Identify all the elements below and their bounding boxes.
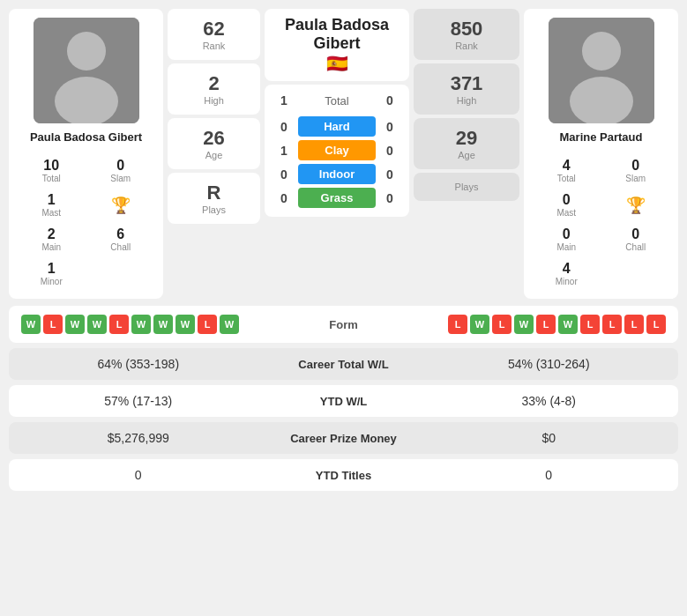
main-container: Paula Badosa Gibert 10 Total 0 Slam 1 Ma… <box>0 0 687 505</box>
career-total-left: 64% (353-198) <box>21 357 256 371</box>
right-stats-boxes: 850 Rank 371 High 29 Age Plays <box>414 9 519 299</box>
indoor-badge: Indoor <box>298 164 376 184</box>
right-chall-stat: 0 Chall <box>602 223 670 256</box>
ytd-wl-right: 33% (4-8) <box>432 394 667 408</box>
ytd-titles-row: 0 YTD Titles 0 <box>9 459 678 491</box>
svg-point-1 <box>67 32 106 71</box>
right-player-name: Marine Partaud <box>560 130 643 144</box>
ytd-wl-left: 57% (17-13) <box>21 394 256 408</box>
form-label: Form <box>329 318 358 331</box>
left-high-box: 2 High <box>168 63 260 115</box>
form-badge: L <box>602 315 622 334</box>
form-badge: L <box>198 315 217 334</box>
left-player-card: Paula Badosa Gibert 10 Total 0 Slam 1 Ma… <box>9 9 163 299</box>
form-badge: W <box>470 315 489 334</box>
right-plays-box: Plays <box>414 173 519 201</box>
prize-left: $5,276,999 <box>21 431 256 445</box>
form-badge: W <box>558 315 578 334</box>
form-badge: L <box>580 315 600 334</box>
form-badge: L <box>646 315 666 334</box>
left-trophy-icon: 🏆 <box>87 189 155 221</box>
form-badge: L <box>624 315 644 334</box>
right-age-box: 29 Age <box>414 118 519 169</box>
left-flag: 🇪🇸 <box>326 53 348 74</box>
left-main-stat: 2 Main <box>18 223 86 256</box>
ytd-titles-left: 0 <box>21 468 256 482</box>
prize-row: $5,276,999 Career Prize Money $0 <box>9 422 678 454</box>
left-name-header: Paula Badosa Gibert <box>275 16 399 53</box>
right-grass-score: 0 <box>381 191 399 205</box>
right-clay-score: 0 <box>381 144 399 158</box>
total-row: 1 Total 0 <box>275 92 399 109</box>
clay-row: 1 Clay 0 <box>275 138 399 162</box>
prize-label: Career Prize Money <box>256 432 432 445</box>
form-badge: L <box>109 315 129 334</box>
prize-right: $0 <box>432 431 667 445</box>
left-plays-box: R Plays <box>168 173 260 224</box>
right-form-badges: LWLWLWLLLL <box>448 315 666 334</box>
form-badge: L <box>492 315 512 334</box>
form-badge: L <box>536 315 556 334</box>
right-total-stat: 4 Total <box>533 154 601 187</box>
career-total-label: Career Total W/L <box>256 358 432 371</box>
left-player-info: Paula Badosa Gibert 🇪🇸 <box>265 9 409 81</box>
left-hard-score: 0 <box>275 120 293 134</box>
form-badge: W <box>87 315 107 334</box>
left-grass-score: 0 <box>275 191 293 205</box>
grass-badge: Grass <box>298 188 376 208</box>
form-badge: W <box>21 315 41 334</box>
form-badge: L <box>448 315 467 334</box>
right-main-stat: 0 Main <box>533 223 601 256</box>
form-badge: W <box>65 315 85 334</box>
right-hard-score: 0 <box>381 120 399 134</box>
right-mast-stat: 0 Mast <box>533 189 601 221</box>
courts-section: 1 Total 0 0 Hard 0 1 Clay 0 <box>265 85 409 217</box>
left-stats-boxes: 62 Rank 2 High 26 Age R Plays <box>168 9 260 299</box>
grass-row: 0 Grass 0 <box>275 186 399 210</box>
svg-point-4 <box>582 32 621 71</box>
right-trophy-icon: 🏆 <box>602 189 670 221</box>
hard-row: 0 Hard 0 <box>275 115 399 138</box>
left-minor-stat: 1 Minor <box>18 257 86 290</box>
career-total-right: 54% (310-264) <box>432 357 667 371</box>
form-section: WLWWLWWWLW Form LWLWLWLLLL <box>9 306 678 343</box>
right-rank-box: 850 Rank <box>414 9 519 60</box>
hard-badge: Hard <box>298 116 376 137</box>
ytd-titles-right: 0 <box>432 468 667 482</box>
left-clay-score: 1 <box>275 144 293 158</box>
form-badge: W <box>175 315 195 334</box>
right-player-stats: 4 Total 0 Slam 0 Mast 🏆 0 <box>533 154 669 290</box>
form-badge: W <box>514 315 534 334</box>
right-minor-stat: 4 Minor <box>533 257 601 290</box>
total-label: Total <box>293 94 381 108</box>
indoor-row: 0 Indoor 0 <box>275 162 399 186</box>
right-indoor-score: 0 <box>381 167 399 182</box>
right-high-box: 371 High <box>414 63 519 115</box>
left-indoor-score: 0 <box>275 167 293 182</box>
left-age-box: 26 Age <box>168 118 260 169</box>
ytd-wl-row: 57% (17-13) YTD W/L 33% (4-8) <box>9 385 678 417</box>
left-slam-stat: 0 Slam <box>87 154 155 187</box>
left-total-score: 1 <box>275 93 293 108</box>
middle-column: Paula Badosa Gibert 🇪🇸 1 Total 0 0 Hard … <box>265 9 409 299</box>
left-total-stat: 10 Total <box>18 154 86 187</box>
comparison-section: Paula Badosa Gibert 10 Total 0 Slam 1 Ma… <box>9 9 678 299</box>
career-total-row: 64% (353-198) Career Total W/L 54% (310-… <box>9 348 678 380</box>
left-player-name: Paula Badosa Gibert <box>30 130 142 144</box>
right-player-avatar <box>549 18 654 123</box>
left-form-badges: WLWWLWWWLW <box>21 315 239 334</box>
form-badge: W <box>153 315 173 334</box>
left-chall-stat: 6 Chall <box>87 223 155 256</box>
left-mast-stat: 1 Mast <box>18 189 86 221</box>
clay-badge: Clay <box>298 140 376 160</box>
form-badge: W <box>131 315 151 334</box>
left-rank-box: 62 Rank <box>168 9 260 60</box>
left-player-stats: 10 Total 0 Slam 1 Mast 🏆 2 <box>18 154 154 290</box>
ytd-wl-label: YTD W/L <box>256 395 432 408</box>
right-player-card: Marine Partaud 4 Total 0 Slam 0 Mast <box>524 9 678 299</box>
right-total-score: 0 <box>381 93 399 108</box>
form-badge: L <box>43 315 63 334</box>
form-badge: W <box>220 315 239 334</box>
left-player-avatar <box>34 18 139 123</box>
right-slam-stat: 0 Slam <box>602 154 670 187</box>
